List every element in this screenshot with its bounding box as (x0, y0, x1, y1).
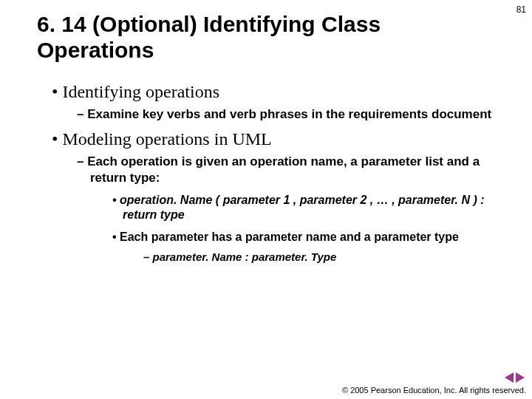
bullet-text: Modeling operations in UML (62, 129, 271, 149)
subbullet-parameter-parts: Each parameter has a parameter name and … (112, 230, 502, 265)
bullet-identifying-operations: Identifying operations Examine key verbs… (52, 82, 502, 122)
slide-content: Identifying operations Examine key verbs… (0, 70, 532, 265)
slide-nav (505, 372, 525, 383)
example-operation-signature: operation. Name ( parameter 1 , paramete… (112, 193, 502, 222)
subbullet-operation-parts: Each operation is given an operation nam… (77, 154, 502, 264)
bullet-text: Identifying operations (62, 82, 219, 101)
copyright-footer: © 2005 Pearson Education, Inc. All right… (342, 386, 526, 395)
slide-title: 6. 14 (Optional) Identifying Class Opera… (0, 0, 532, 70)
page-number: 81 (516, 4, 526, 15)
subbullet-text: Each parameter has a parameter name and … (120, 231, 459, 243)
example-parameter-signature: parameter. Name : parameter. Type (143, 250, 502, 265)
prev-slide-icon[interactable] (505, 372, 514, 383)
subbullet-examine-verbs: Examine key verbs and verb phrases in th… (77, 106, 502, 122)
subbullet-text: Each operation is given an operation nam… (87, 154, 480, 184)
bullet-modeling-uml: Modeling operations in UML Each operatio… (52, 129, 502, 264)
next-slide-icon[interactable] (516, 372, 525, 383)
